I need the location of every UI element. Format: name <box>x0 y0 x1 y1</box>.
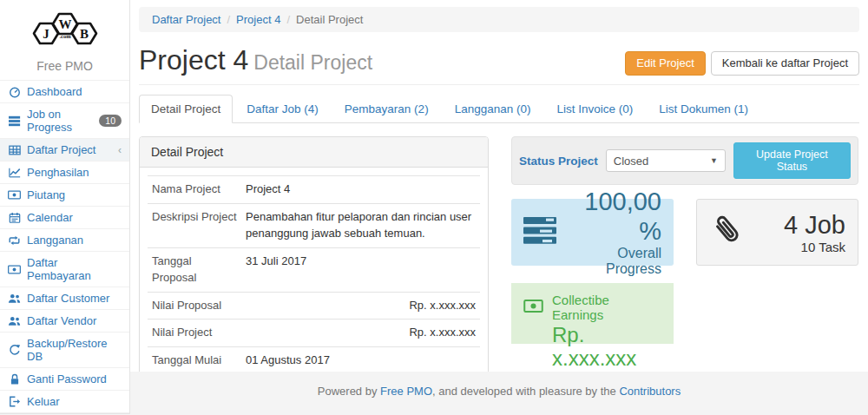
money-icon <box>8 263 21 276</box>
sidebar-item-ganti-password[interactable]: Ganti Password <box>0 367 129 390</box>
lock-icon <box>8 372 21 385</box>
tab-daftar-job[interactable]: Daftar Job (4) <box>234 95 331 123</box>
status-select[interactable]: Closed ▼ <box>606 149 726 172</box>
progress-bars-icon <box>523 216 558 249</box>
progress-caption: Overall Progress <box>567 246 661 277</box>
breadcrumb: Daftar Project/Project 4/Detail Project <box>139 7 859 32</box>
tab-pembayaran[interactable]: Pembayaran (2) <box>332 95 441 123</box>
jwb-logo: W J B .com <box>0 0 129 57</box>
refresh-icon <box>8 344 21 357</box>
sidebar-item-daftar-customer[interactable]: Daftar Customer <box>0 287 129 309</box>
back-to-list-button[interactable]: Kembali ke daftar Project <box>711 51 859 76</box>
job-count-badge: 10 <box>99 115 122 128</box>
sidebar-item-daftar-pembayaran[interactable]: Daftar Pembayaran <box>0 251 129 287</box>
page-header: Project 4Detail Project Edit Project Kem… <box>139 43 859 85</box>
sidebar-item-job-on-progress[interactable]: Job on Progress 10 <box>0 102 129 138</box>
table-row: Nilai ProposalRp. x.xxx.xxx <box>148 292 480 319</box>
status-project-label: Status Project <box>519 155 598 168</box>
jwb-hexagons-icon: W J B .com <box>20 7 110 50</box>
sidebar-item-keluar[interactable]: Keluar <box>0 390 129 413</box>
retweet-icon <box>8 234 21 247</box>
status-project-bar: Status Project Closed ▼ Update Project S… <box>511 136 858 185</box>
page-title: Project 4Detail Project <box>139 45 372 76</box>
chevron-left-icon: ‹ <box>118 144 122 156</box>
breadcrumb-daftar-project[interactable]: Daftar Project <box>152 13 220 26</box>
update-status-button[interactable]: Update Project Status <box>733 142 851 179</box>
users-icon <box>8 314 21 327</box>
tasks-icon <box>8 115 21 128</box>
paperclip-icon <box>709 212 747 254</box>
sidebar-item-piutang[interactable]: Piutang <box>0 183 129 206</box>
table-row: Tanggal Proposal31 Juli 2017 <box>148 247 480 292</box>
sidebar-item-backup-restore[interactable]: Backup/Restore DB <box>0 332 129 367</box>
collectible-earnings-card: Collectibe Earnings Rp. x.xxx.xxx <box>511 283 674 344</box>
page-subtitle: Detail Project <box>253 51 372 74</box>
progress-value: 100,00 % <box>567 188 661 246</box>
earnings-title: Collectibe Earnings <box>552 293 661 322</box>
task-count-value: 10 Task <box>756 240 845 254</box>
job-count-card: 4 Job 10 Task <box>696 199 858 266</box>
edit-project-button[interactable]: Edit Project <box>625 51 705 76</box>
table-row: Nama ProjectProject 4 <box>148 176 480 204</box>
sidebar-item-langganan[interactable]: Langganan <box>0 228 129 251</box>
sidebar-item-calendar[interactable]: Calendar <box>0 206 129 228</box>
table-row: Nilai ProjectRp. x.xxx.xxx <box>148 319 480 347</box>
project-summary-column: Status Project Closed ▼ Update Project S… <box>511 136 858 372</box>
caret-down-icon: ▼ <box>710 156 718 165</box>
tab-bar: Detail Project Daftar Job (4) Pembayaran… <box>139 95 859 123</box>
breadcrumb-project-4[interactable]: Project 4 <box>236 13 280 26</box>
sidebar-item-daftar-vendor[interactable]: Daftar Vendor <box>0 309 129 332</box>
sign-out-icon <box>8 395 21 408</box>
svg-text:J: J <box>43 27 49 41</box>
breadcrumb-current: Detail Project <box>296 13 363 26</box>
table-icon <box>8 143 21 156</box>
table-row: Deskripsi ProjectPenambahan fitur pelapo… <box>148 204 480 248</box>
users-icon <box>8 292 21 305</box>
svg-text:.com: .com <box>59 33 71 39</box>
dashboard-icon <box>8 85 21 98</box>
detail-table: Nama ProjectProject 4 Deskripsi ProjectP… <box>148 175 480 372</box>
svg-text:B: B <box>79 27 88 41</box>
contributors-link[interactable]: Contributors <box>619 385 681 398</box>
free-pmo-link[interactable]: Free PMO <box>380 385 432 398</box>
earnings-value: Rp. x.xxx.xxx <box>552 324 661 370</box>
tab-list-invoice[interactable]: List Invoice (0) <box>544 95 645 123</box>
detail-project-panel: Detail Project Nama ProjectProject 4 Des… <box>139 136 489 372</box>
line-chart-icon <box>8 166 21 179</box>
main-area: Daftar Project/Project 4/Detail Project … <box>130 0 868 415</box>
footer: Powered by Free PMO, and developed with … <box>130 372 868 415</box>
tab-list-dokumen[interactable]: List Dokumen (1) <box>647 95 760 123</box>
sidebar-item-daftar-project[interactable]: Daftar Project ‹ <box>0 138 129 161</box>
sidebar-item-dashboard[interactable]: Dashboard <box>0 80 129 102</box>
calendar-icon <box>8 211 21 224</box>
svg-text:W: W <box>58 17 71 31</box>
tab-langganan[interactable]: Langganan (0) <box>443 95 543 123</box>
brand-name: Free PMO <box>0 57 129 80</box>
job-count-value: 4 Job <box>756 211 845 240</box>
app-window: W J B .com Free PMO Dashboard <box>0 0 868 415</box>
tab-detail-project[interactable]: Detail Project <box>139 95 233 123</box>
money-icon <box>8 188 21 201</box>
money-icon <box>523 300 543 315</box>
sidebar: W J B .com Free PMO Dashboard <box>0 0 130 415</box>
sidebar-nav: Dashboard Job on Progress 10 Daftar Proj… <box>0 80 129 413</box>
panel-title: Detail Project <box>140 137 488 168</box>
sidebar-item-penghasilan[interactable]: Penghasilan <box>0 161 129 183</box>
table-row: Tanggal Mulai01 Agustus 2017 <box>148 347 480 372</box>
overall-progress-card: 100,00 % Overall Progress <box>511 199 674 266</box>
